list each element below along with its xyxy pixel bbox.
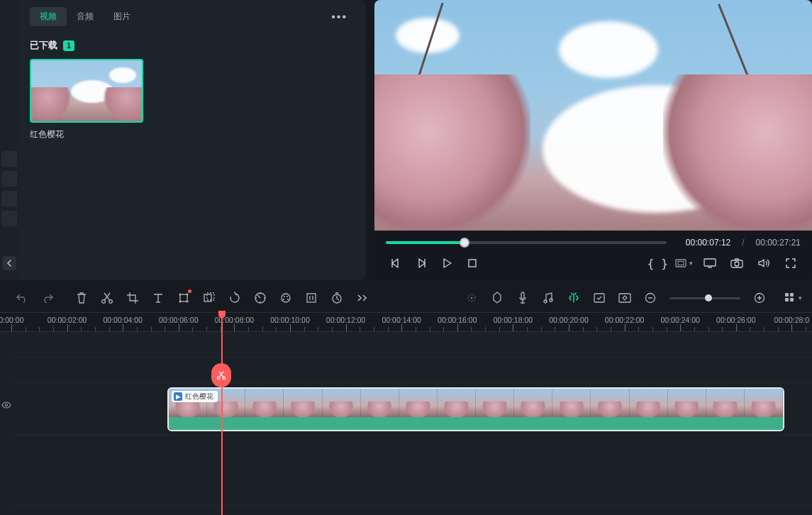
downloaded-section-header: 已下载 1: [30, 39, 355, 52]
delete-button[interactable]: [69, 287, 94, 309]
chevron-down-icon: ▾: [689, 260, 693, 267]
tab-image[interactable]: 图片: [104, 7, 140, 26]
ruler-label: 00:00:16:00: [438, 316, 477, 324]
track-visibility-icon[interactable]: [1, 402, 11, 409]
play-button[interactable]: [437, 253, 457, 273]
display-output-button[interactable]: [700, 253, 720, 273]
svg-point-26: [544, 300, 547, 303]
color-button[interactable]: [274, 287, 298, 309]
svg-rect-0: [469, 260, 476, 267]
media-library-panel: 视频 音频 图片 ••• 已下载 1 红色樱花: [18, 0, 366, 280]
auto-reframe-button[interactable]: [587, 287, 611, 309]
library-tabs: 视频 音频 图片 •••: [18, 0, 366, 32]
ruler-label: 00:00:18:00: [494, 316, 533, 324]
timeline-view-dropdown[interactable]: ▾: [784, 292, 802, 304]
marker-button[interactable]: [485, 287, 509, 309]
downloaded-count-badge: 1: [63, 40, 74, 51]
zoom-knob[interactable]: [705, 294, 712, 301]
track-gutter: [0, 332, 11, 515]
ruler-label: 00:00:24:00: [660, 316, 699, 324]
svg-point-9: [179, 294, 182, 296]
tab-video[interactable]: 视频: [30, 7, 67, 26]
audio-beat-button[interactable]: [536, 287, 560, 309]
stop-button[interactable]: [462, 253, 482, 273]
svg-point-16: [282, 294, 290, 302]
ruler-label: 00:00:10:00: [270, 316, 309, 324]
progress-knob[interactable]: [460, 238, 469, 248]
crop-button[interactable]: [121, 287, 145, 309]
undo-button[interactable]: [10, 287, 34, 309]
track-row[interactable]: [11, 358, 812, 383]
track-row[interactable]: [11, 436, 812, 506]
player-controls: { } ▾: [374, 248, 812, 280]
svg-rect-34: [785, 298, 789, 301]
ruler-label: 00:00:04:00: [103, 316, 142, 324]
ruler-label: 00:00:14:00: [382, 316, 421, 324]
zoom-out-button[interactable]: [638, 287, 662, 309]
mark-in-button[interactable]: {: [647, 257, 655, 270]
progress-bar[interactable]: [386, 241, 667, 244]
rail-item[interactable]: [1, 191, 17, 206]
redo-button[interactable]: [35, 287, 60, 309]
ruler-label: 00:00:20:00: [549, 316, 588, 324]
track-row[interactable]: [11, 332, 812, 358]
next-frame-button[interactable]: [411, 253, 431, 273]
time-separator: /: [742, 238, 744, 248]
tab-audio[interactable]: 音频: [67, 7, 104, 26]
timeline-area[interactable]: ▶ 红色樱花: [0, 332, 812, 515]
svg-point-37: [217, 377, 220, 380]
zoom-in-button[interactable]: [747, 287, 772, 309]
keyframe-button[interactable]: [613, 287, 637, 309]
video-preview[interactable]: [374, 0, 812, 231]
rail-item[interactable]: [1, 171, 17, 187]
split-button[interactable]: [95, 287, 119, 309]
speed-button[interactable]: [248, 287, 272, 309]
rail-item[interactable]: [1, 151, 17, 167]
fullscreen-button[interactable]: [781, 253, 801, 273]
svg-point-27: [550, 299, 552, 301]
rotate-button[interactable]: [223, 287, 247, 309]
aspect-ratio-dropdown[interactable]: ▾: [675, 259, 693, 267]
preview-panel: 00:00:07:12 / 00:00:27:21 { } ▾: [374, 0, 812, 280]
ruler-label: 00:00:06:00: [159, 316, 198, 324]
timeline-ruler[interactable]: 0:00:0000:00:02:0000:00:04:0000:00:06:00…: [0, 312, 812, 332]
svg-rect-25: [521, 292, 524, 299]
prev-frame-button[interactable]: [386, 253, 406, 273]
smart-cut-button[interactable]: [562, 287, 586, 309]
svg-rect-29: [619, 294, 630, 302]
freeze-frame-button[interactable]: [299, 287, 323, 309]
duration-button[interactable]: [325, 287, 349, 309]
svg-point-19: [287, 299, 289, 300]
media-clip-name: 红色樱花: [30, 128, 143, 140]
mask-button[interactable]: [197, 287, 221, 309]
timeline-clip[interactable]: ▶ 红色樱花: [167, 387, 784, 431]
snapshot-button[interactable]: [727, 253, 747, 273]
svg-rect-28: [594, 294, 604, 302]
svg-rect-3: [704, 259, 716, 266]
svg-rect-33: [790, 293, 794, 297]
volume-button[interactable]: [754, 253, 774, 273]
zoom-controls: [638, 287, 772, 309]
voiceover-button[interactable]: [511, 287, 535, 309]
ruler-label: 00:00:12:00: [326, 316, 365, 324]
svg-point-7: [109, 300, 113, 304]
svg-rect-21: [307, 294, 316, 302]
clip-name-badge: ▶ 红色樱花: [172, 391, 218, 402]
time-total: 00:00:27:21: [756, 238, 801, 248]
chevron-down-icon: ▾: [799, 294, 802, 301]
zoom-slider[interactable]: [669, 297, 740, 299]
collapse-rail-button[interactable]: [2, 256, 16, 270]
svg-point-38: [223, 377, 226, 380]
more-tools-button[interactable]: [350, 287, 374, 309]
mark-out-button[interactable]: }: [661, 257, 668, 270]
ruler-label: 00:00:22:00: [605, 316, 644, 324]
transform-button[interactable]: [172, 287, 196, 309]
split-at-playhead-button[interactable]: [211, 363, 231, 387]
auto-enhance-button[interactable]: [460, 287, 484, 309]
media-clip-thumbnail[interactable]: [30, 59, 143, 123]
rail-item[interactable]: [1, 211, 17, 226]
more-menu-icon[interactable]: •••: [324, 11, 355, 23]
svg-point-24: [471, 297, 473, 299]
text-button[interactable]: [146, 287, 170, 309]
media-clip-card[interactable]: 红色樱花: [30, 59, 143, 140]
